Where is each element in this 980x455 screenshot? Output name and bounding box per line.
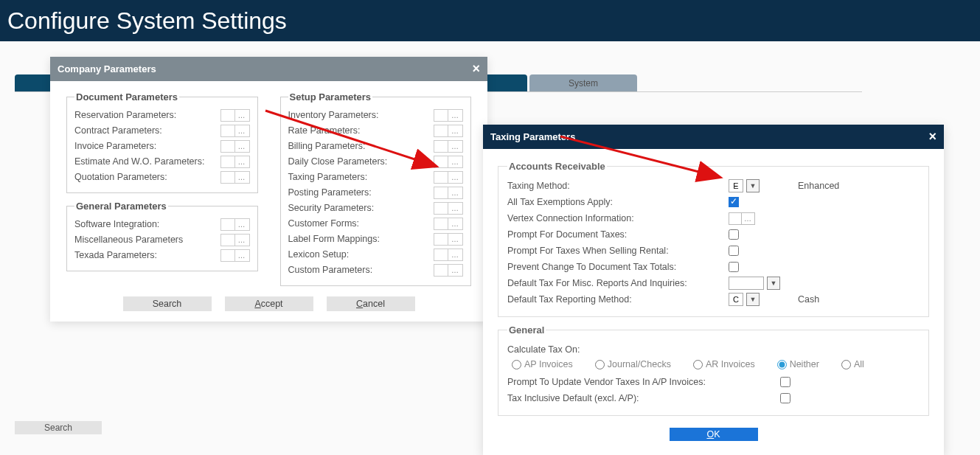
prompt-sell-checkbox[interactable] (729, 246, 739, 256)
general-parameters-group: General Parameters Software Integration:… (66, 201, 258, 271)
close-icon[interactable]: × (928, 129, 936, 145)
param-row: Inventory Parameters:… (288, 108, 464, 122)
search-button[interactable]: Search (123, 296, 212, 311)
ellipsis-icon[interactable]: … (235, 249, 250, 262)
taxing-panel-titlebar: Taxing Parameters × (483, 125, 944, 149)
bottom-search-button[interactable]: Search (15, 421, 102, 434)
param-input[interactable] (220, 249, 235, 262)
ellipsis-icon[interactable]: … (235, 171, 250, 184)
ellipsis-icon[interactable]: … (235, 218, 250, 231)
taxing-method-row: Taxing Method: ▼ Enhanced (507, 178, 920, 194)
param-row: Software Integration:… (74, 217, 250, 232)
param-label: Lexicon Setup: (288, 249, 350, 260)
param-input[interactable] (220, 234, 235, 246)
cancel-button[interactable]: Cancel (327, 296, 415, 311)
param-input[interactable] (434, 125, 448, 137)
param-input[interactable] (434, 140, 448, 153)
param-row: Quotation Parameters:… (74, 170, 250, 184)
general-legend: General (507, 324, 546, 336)
company-panel-title: Company Parameters (58, 63, 156, 74)
param-label: Inventory Parameters: (288, 110, 379, 120)
ellipsis-icon[interactable]: … (448, 249, 463, 261)
prevent-checkbox[interactable] (729, 262, 739, 272)
taxing-method-label: Taxing Method: (507, 181, 729, 191)
ellipsis-icon[interactable]: … (448, 171, 463, 184)
general-group: General Calculate Tax On: AP Invoices Jo… (498, 324, 929, 416)
param-input[interactable] (434, 109, 448, 122)
calc-on-row: Calculate Tax On: (507, 341, 920, 358)
ellipsis-icon[interactable]: … (235, 125, 250, 137)
param-input[interactable] (434, 202, 448, 215)
prompt-doc-label: Prompt For Document Taxes: (507, 229, 729, 240)
param-input[interactable] (220, 218, 235, 231)
ellipsis-icon[interactable]: … (448, 187, 463, 199)
param-input[interactable] (220, 109, 235, 122)
ellipsis-icon[interactable]: … (448, 218, 463, 230)
param-row: Texada Parameters:… (74, 248, 250, 263)
ellipsis-icon[interactable]: … (235, 234, 250, 246)
ellipsis-icon[interactable]: … (448, 202, 463, 215)
param-label: Invoice Parameters: (74, 141, 156, 151)
param-row: Daily Close Parameters:… (288, 154, 464, 169)
param-input[interactable] (434, 156, 448, 168)
radio-ar[interactable]: AR Invoices (693, 359, 755, 369)
default-misc-input[interactable] (729, 277, 764, 290)
param-row-taxing: Taxing Parameters:… (288, 170, 464, 184)
default-report-row: Default Tax Reporting Method: ▼ Cash (507, 291, 920, 308)
default-report-after: Cash (798, 294, 819, 305)
radio-neither[interactable]: Neither (777, 359, 819, 369)
param-input[interactable] (434, 249, 448, 261)
param-input[interactable] (434, 264, 448, 277)
radio-journal[interactable]: Journal/Checks (595, 359, 671, 369)
accounts-receivable-group: Accounts Receivable Taxing Method: ▼ Enh… (498, 161, 929, 317)
param-row: Custom Parameters:… (288, 263, 464, 277)
param-input[interactable] (434, 171, 448, 184)
radio-all[interactable]: All (841, 359, 864, 369)
exemptions-label: All Tax Exemptions Apply: (507, 197, 729, 207)
param-label: Software Integration: (74, 219, 159, 229)
taxing-panel-title: Taxing Parameters (490, 131, 575, 142)
ellipsis-icon[interactable]: … (235, 109, 250, 122)
param-label: Quotation Parameters: (74, 172, 167, 182)
param-input[interactable] (434, 187, 448, 199)
ellipsis-icon[interactable]: … (448, 125, 463, 137)
ellipsis-icon[interactable]: … (448, 156, 463, 168)
param-input[interactable] (220, 140, 235, 153)
param-label: Texada Parameters: (74, 250, 157, 260)
document-parameters-group: Document Parameters Reservation Paramete… (66, 91, 258, 193)
chevron-down-icon[interactable]: ▼ (746, 293, 760, 306)
ellipsis-icon[interactable]: … (448, 233, 463, 246)
chevron-down-icon[interactable]: ▼ (767, 277, 780, 290)
prompt-vendor-checkbox[interactable] (780, 377, 790, 387)
param-row: Label Form Mappings:… (288, 232, 464, 246)
ellipsis-icon[interactable]: … (235, 156, 250, 168)
tax-incl-checkbox[interactable] (780, 393, 790, 403)
param-input[interactable] (434, 233, 448, 246)
prompt-doc-checkbox[interactable] (729, 229, 739, 240)
param-input[interactable] (220, 156, 235, 168)
ellipsis-icon[interactable]: … (742, 212, 755, 225)
setup-parameters-group: Setup Parameters Inventory Parameters:… … (280, 91, 472, 286)
ok-button[interactable]: OK (670, 428, 758, 441)
accept-button[interactable]: Accept (225, 296, 313, 311)
ellipsis-icon[interactable]: … (448, 109, 463, 122)
param-row: Rate Parameters:… (288, 123, 464, 138)
default-report-input[interactable] (729, 293, 743, 306)
ellipsis-icon[interactable]: … (235, 140, 250, 153)
chevron-down-icon[interactable]: ▼ (746, 179, 760, 192)
param-row: Lexicon Setup:… (288, 247, 464, 262)
exemptions-checkbox[interactable] (729, 197, 739, 207)
param-input[interactable] (434, 218, 448, 230)
ar-legend: Accounts Receivable (507, 161, 607, 172)
tax-incl-label: Tax Inclusive Default (excl. A/P): (507, 393, 780, 403)
close-icon[interactable]: × (472, 61, 480, 77)
company-parameters-panel: Company Parameters × Document Parameters… (50, 57, 487, 322)
param-input[interactable] (220, 171, 235, 184)
ellipsis-icon[interactable]: … (448, 264, 463, 277)
radio-ap[interactable]: AP Invoices (512, 359, 573, 369)
ellipsis-icon[interactable]: … (448, 140, 463, 153)
param-input[interactable] (220, 125, 235, 137)
general-parameters-legend: General Parameters (74, 201, 168, 212)
taxing-method-input[interactable] (729, 179, 743, 192)
vertex-input[interactable] (729, 212, 742, 225)
